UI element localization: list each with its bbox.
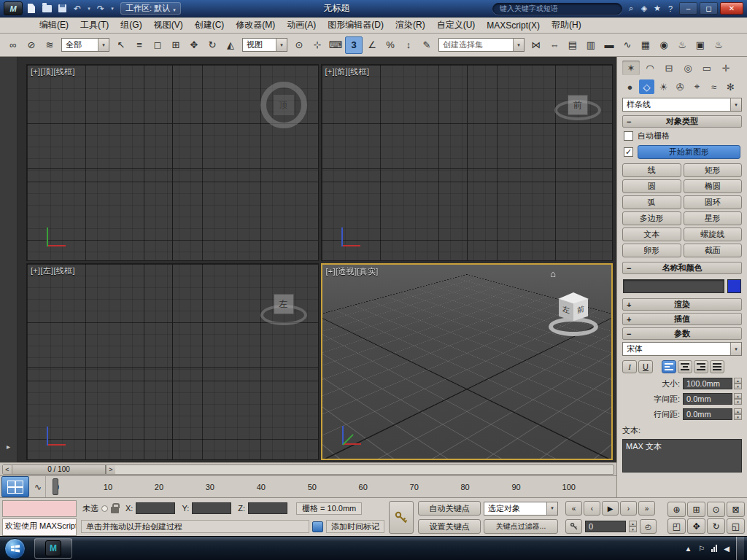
shape-category-dropdown[interactable]: 样条线 — [622, 98, 742, 112]
viewport-label-left[interactable]: [+][左][线框] — [31, 265, 75, 276]
tab-modify[interactable]: ◠ — [641, 61, 659, 75]
underline-style-button[interactable]: U — [638, 360, 653, 373]
material-editor-button[interactable]: ◉ — [655, 36, 673, 54]
tab-create[interactable]: ✶ — [622, 61, 640, 75]
menu-item[interactable]: 编辑(E) — [34, 18, 74, 33]
add-time-tag-button[interactable]: 添加时间标记 — [326, 520, 384, 533]
spinner-snap-toggle[interactable]: ↕ — [400, 36, 417, 54]
category-space-warps[interactable]: ≈ — [706, 79, 721, 94]
rollout-interpolation[interactable]: 插值 — [622, 313, 742, 325]
viewport-label-front[interactable]: [+][前][线框] — [325, 66, 370, 77]
frame-spinner[interactable] — [629, 521, 637, 532]
selection-filter-dropdown[interactable]: 全部 — [61, 38, 109, 52]
start-new-shape-checkbox[interactable] — [624, 147, 633, 157]
macro-recorder-field[interactable] — [2, 500, 77, 517]
search-go-icon[interactable]: ⌕ — [624, 2, 638, 15]
category-geometry[interactable]: ● — [622, 79, 638, 94]
toggle-ribbon-button[interactable]: ▬ — [600, 36, 618, 54]
viewport-label-top[interactable]: [+][顶][线框] — [31, 66, 75, 77]
minimize-button[interactable]: – — [679, 2, 697, 15]
shape-tool-button[interactable]: 矩形 — [684, 163, 743, 177]
leading-spinner[interactable] — [734, 408, 742, 420]
select-object-button[interactable]: ↖ — [112, 36, 130, 54]
mini-curve-editor-button[interactable]: ∿ — [31, 476, 45, 497]
viewcube-face[interactable]: 前 — [568, 96, 587, 114]
menu-item[interactable]: 工具(T) — [74, 18, 115, 33]
toggle-scene-explorer-button[interactable]: ▤ — [564, 36, 581, 54]
help-icon[interactable]: ? — [664, 2, 677, 15]
viewcube-perspective[interactable]: 左 前 — [549, 292, 598, 338]
menu-item[interactable]: 自定义(U) — [431, 18, 481, 33]
named-selection-set-dropdown[interactable]: 创建选择集 — [438, 38, 525, 52]
toggle-layer-explorer-button[interactable]: ▥ — [582, 36, 600, 54]
keyboard-shortcut-override-toggle[interactable]: ⌨ — [327, 36, 344, 54]
tab-utilities[interactable]: ✛ — [717, 61, 735, 75]
play-button[interactable]: ▶ — [602, 501, 619, 516]
italic-style-button[interactable]: I — [622, 360, 637, 373]
zoom-extents-button[interactable]: ⊙ — [707, 502, 725, 517]
communication-center-icon[interactable]: ◈ — [638, 2, 651, 15]
reference-coordinate-dropdown[interactable]: 视图 — [242, 38, 287, 52]
x-coordinate-field[interactable] — [136, 502, 175, 514]
align-right-button[interactable] — [694, 360, 708, 373]
shape-tool-button[interactable]: 弧 — [622, 195, 681, 209]
menu-item[interactable]: 渲染(R) — [390, 18, 431, 33]
key-filter-target-dropdown[interactable]: 选定对象 — [484, 502, 558, 516]
menu-item[interactable]: 修改器(M) — [230, 18, 281, 33]
menu-item[interactable]: 图形编辑器(D) — [322, 18, 390, 33]
shape-tool-button[interactable]: 椭圆 — [684, 179, 743, 193]
menu-item[interactable]: 创建(C) — [189, 18, 231, 33]
viewport-top[interactable]: [+][顶][线框] 顶 — [26, 64, 319, 261]
set-key-button[interactable]: 设置关键点 — [418, 519, 481, 534]
pan-button[interactable]: ✥ — [687, 518, 705, 534]
current-frame-field[interactable]: 0 — [585, 521, 626, 532]
z-coordinate-field[interactable] — [248, 502, 287, 514]
window-crossing-toggle[interactable]: ⊞ — [167, 36, 185, 54]
go-to-end-button[interactable]: » — [638, 501, 655, 516]
start-button[interactable] — [4, 538, 26, 559]
object-color-swatch[interactable] — [727, 279, 741, 293]
start-new-shape-button[interactable]: 开始新图形 — [638, 145, 740, 159]
category-helpers[interactable]: ⌖ — [689, 79, 705, 94]
shape-tool-button[interactable]: 文本 — [622, 228, 681, 241]
object-name-input[interactable] — [623, 279, 724, 293]
select-and-rotate-button[interactable]: ↻ — [204, 36, 221, 54]
volume-icon[interactable]: ◀ — [724, 545, 729, 553]
viewcube-front[interactable]: 前 — [554, 81, 602, 129]
tab-motion[interactable]: ◎ — [679, 61, 697, 75]
align-center-button[interactable] — [678, 360, 692, 373]
application-menu-button[interactable] — [4, 1, 23, 15]
zoom-region-button[interactable]: ◰ — [667, 518, 686, 534]
track-bar-ticks[interactable]: 0102030405060708090100 — [45, 476, 581, 497]
viewport-label-perspective[interactable]: [+][透视][真实] — [326, 266, 379, 277]
percent-snap-toggle[interactable]: % — [382, 36, 399, 54]
selection-lock-toggle[interactable] — [111, 507, 119, 513]
show-hidden-icons-button[interactable]: ▲ — [684, 545, 692, 553]
viewport-perspective[interactable]: [+][透视][真实] 左 前 — [321, 263, 614, 460]
zoom-all-button[interactable]: ⊞ — [687, 502, 705, 517]
rollout-rendering[interactable]: 渲染 — [622, 298, 742, 311]
menu-item[interactable]: MAXScript(X) — [481, 18, 546, 33]
angle-snap-toggle[interactable]: ∠ — [363, 36, 381, 54]
size-spinner[interactable] — [734, 378, 742, 389]
shape-tool-button[interactable]: 卵形 — [622, 244, 681, 257]
render-setup-button[interactable]: ♨ — [673, 36, 691, 54]
edit-named-selection-sets-button[interactable]: ✎ — [418, 36, 436, 54]
category-systems[interactable]: ✻ — [723, 79, 738, 94]
select-and-manipulate-button[interactable]: ⊹ — [309, 36, 326, 54]
undo-button[interactable]: ↶ — [71, 2, 84, 15]
category-lights[interactable]: ☀ — [656, 79, 671, 94]
render-production-button[interactable]: ♨ — [710, 36, 727, 54]
redo-history-arrow[interactable] — [109, 2, 115, 15]
zoom-button[interactable]: ⊕ — [667, 502, 686, 517]
curve-editor-button[interactable]: ∿ — [619, 36, 636, 54]
size-field[interactable]: 100.0mm — [683, 378, 732, 389]
mirror-button[interactable]: ⋈ — [527, 36, 545, 54]
orbit-button[interactable]: ↻ — [707, 518, 725, 534]
category-cameras[interactable]: ✇ — [673, 79, 688, 94]
time-slider-handle[interactable]: 0 / 100 — [12, 465, 106, 474]
shape-tool-button[interactable]: 圆 — [622, 179, 681, 193]
menu-item[interactable]: 帮助(H) — [546, 18, 587, 33]
toggle-set-key-mode-button[interactable] — [389, 501, 414, 534]
align-button[interactable]: ⇔ — [546, 36, 563, 54]
